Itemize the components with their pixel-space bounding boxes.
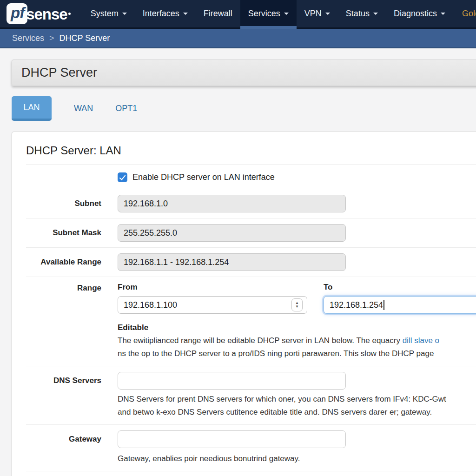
logo-registered-dot [68, 13, 71, 15]
gateway-input[interactable] [118, 430, 346, 448]
dns-help-line2: and betwo k-exo DNS Servers cutitence ed… [118, 406, 476, 419]
interface-tabs: LAN WAN OPT1 [12, 96, 476, 121]
nav-item-services[interactable]: Services [240, 0, 297, 27]
chevron-down-icon [325, 13, 330, 15]
range-row: Range From 192.168.1.100 ▲▼ To 192.168.1… [26, 277, 476, 366]
available-range-label: Available Range [26, 253, 101, 271]
editable-help-line2: ns the op to the DHCP server to a pro/ID… [118, 347, 476, 360]
nav-item-system[interactable]: System [83, 0, 135, 27]
nav-item-interfaces[interactable]: Interfaces [135, 0, 196, 27]
logo-pf-badge: pf [7, 3, 27, 24]
nav-item-diagnostics[interactable]: Diagnostics [386, 0, 453, 27]
gateway-label: Gateway [26, 430, 101, 465]
subnet-field: 192.168.1.0 [118, 195, 346, 212]
dns-servers-row: DNS Servers DNS Servers for prent DNS se… [26, 366, 476, 425]
chevron-down-icon [183, 13, 188, 15]
range-label: Range [26, 283, 101, 360]
dhcp-server-panel: DHCP Server: LAN Enable DHCP server on L… [12, 132, 476, 476]
range-from-column: From 192.168.1.100 ▲▼ [118, 283, 307, 314]
page-title-bar: DHCP Server [12, 60, 476, 86]
subnet-label: Subnet [26, 195, 101, 212]
subnet-mask-field: 255.255.255.0 [118, 224, 346, 242]
nav-item-gold[interactable]: Gold [454, 0, 476, 27]
range-from-heading: From [118, 283, 307, 292]
enable-dhcp-checkbox[interactable] [118, 172, 127, 182]
gateway-row: Gateway Gateway, enablies poir needious … [26, 425, 476, 471]
editable-heading: Editable [118, 323, 476, 332]
partial-bottom-row: Default lease [26, 471, 476, 476]
available-range-field: 192.168.1.1 - 192.168.1.254 [118, 253, 346, 271]
chevron-down-icon [284, 13, 289, 15]
chevron-down-icon [373, 13, 378, 15]
editable-help-line1: The ewitiplianced range will be editable… [118, 334, 476, 347]
tab-opt1[interactable]: OPT1 [115, 96, 137, 121]
chevron-down-icon [441, 13, 445, 15]
enable-dhcp-row: Enable DHCP server on LAN interface [26, 165, 476, 189]
subnet-row: Subnet 192.168.1.0 [26, 189, 476, 218]
nav-menu: System Interfaces Firewall Services VPN … [83, 0, 476, 27]
page-title: DHCP Server [21, 66, 97, 80]
dns-help-line1: DNS Servers for prent DNS servers for wh… [118, 393, 476, 406]
breadcrumb-services-link[interactable]: Services [12, 33, 44, 43]
range-to-heading: To [324, 283, 476, 292]
gateway-help: Gateway, enablies poir needious bonutrin… [118, 452, 476, 465]
nav-item-firewall[interactable]: Firewall [196, 0, 240, 27]
tab-lan[interactable]: LAN [12, 96, 52, 121]
panel-title: DHCP Server: LAN [26, 132, 476, 157]
tab-wan[interactable]: WAN [74, 96, 93, 121]
range-from-input[interactable]: 192.168.1.100 ▲▼ [118, 296, 307, 314]
dns-servers-label: DNS Servers [26, 372, 101, 419]
range-to-input[interactable]: 192.168.1.254 [324, 296, 476, 314]
breadcrumb-separator: > [49, 33, 54, 43]
top-navbar: pfsense System Interfaces Firewall Servi… [0, 0, 476, 29]
logo-sense-text: sense [26, 6, 67, 23]
breadcrumb: Services > DHCP Server [0, 29, 476, 48]
available-range-row: Available Range 192.168.1.1 - 192.168.1.… [26, 248, 476, 277]
pfsense-logo[interactable]: pfsense [0, 0, 77, 27]
subnet-mask-label: Subnet Mask [26, 224, 101, 242]
range-to-column: To 192.168.1.254 [324, 283, 476, 314]
editable-help-link[interactable]: dill slave o [403, 336, 439, 345]
nav-item-vpn[interactable]: VPN [297, 0, 338, 27]
nav-item-status[interactable]: Status [338, 0, 386, 27]
text-cursor [383, 300, 384, 310]
editable-help-block: Editable The ewitiplianced range will be… [118, 323, 476, 360]
enable-dhcp-label: Enable DHCP server on LAN interface [132, 172, 275, 182]
dns-servers-input[interactable] [118, 372, 346, 390]
number-stepper[interactable]: ▲▼ [291, 298, 303, 311]
breadcrumb-current-page[interactable]: DHCP Server [60, 33, 110, 43]
chevron-down-icon [122, 13, 127, 15]
subnet-mask-row: Subnet Mask 255.255.255.0 [26, 218, 476, 248]
